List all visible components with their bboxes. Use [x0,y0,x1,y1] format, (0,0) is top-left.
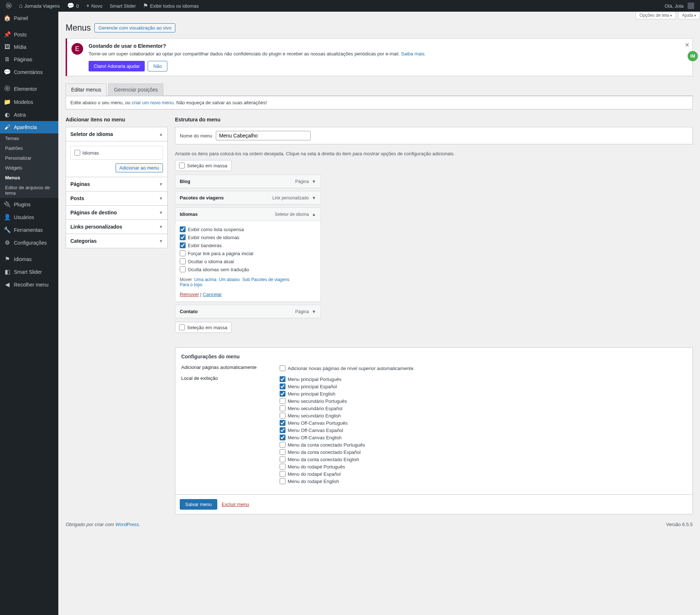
screen-options-button[interactable]: Opções de tela [635,12,676,19]
location-checkbox-row[interactable]: Menu secundário English [280,412,365,419]
bulk-select-top[interactable]: Seleção em massa [175,160,232,171]
menu-item-packages-header[interactable]: Pacotes de viagens Link personalizado▼ [175,191,320,204]
location-checkbox-row[interactable]: Menu do rodapé Español [280,470,365,478]
create-new-menu-link[interactable]: criar um novo menu [132,100,174,105]
opt-show-flags[interactable]: Exibir bandeiras [180,241,316,249]
submenu-patterns[interactable]: Padrões [0,143,58,153]
panel-pages[interactable]: Páginas▼ [66,177,167,191]
submenu-customize[interactable]: Personalizar [0,153,58,163]
panel-landing-pages[interactable]: Páginas de destino▼ [66,206,167,219]
menu-elementor[interactable]: ⓔElementor [0,82,58,96]
location-checkbox[interactable] [280,478,285,484]
float-badge[interactable]: iM [688,51,698,61]
remove-item-link[interactable]: Remover [180,292,199,297]
delete-menu-link[interactable]: Excluir menu [222,502,249,507]
location-checkbox-row[interactable]: Menu Off-Canvas English [280,434,365,441]
location-checkbox[interactable] [280,442,285,448]
menu-templates[interactable]: 📁Modelos [0,96,58,108]
location-checkbox[interactable] [280,427,285,433]
location-checkbox-row[interactable]: Menu do rodapé Português [280,463,365,470]
location-checkbox-row[interactable]: Menu da conta conectado English [280,456,365,463]
menu-users[interactable]: 👤Usuários [0,211,58,223]
location-checkbox-row[interactable]: Menu principal Español [280,383,365,390]
move-under-link[interactable]: Sob Pacotes de viagens [242,277,289,282]
location-checkbox-row[interactable]: Menu Off-Canvas Español [280,427,365,434]
menu-smart-slider[interactable]: ◧Smart Slider [0,265,58,278]
location-checkbox[interactable] [280,449,285,455]
save-menu-button[interactable]: Salvar menu [180,499,217,510]
submenu-menus[interactable]: Menus [0,173,58,183]
menu-plugins[interactable]: 🔌Plugins [0,198,58,211]
tab-edit-menus[interactable]: Editar menus [66,83,106,96]
move-top-link[interactable]: Para o topo [180,282,202,287]
opt-hide-untranslated[interactable]: Oculta idiomas sem tradução [180,265,316,273]
bulk-select-top-checkbox[interactable] [179,163,185,168]
menu-collapse[interactable]: ◀Recolher menu [0,278,58,291]
smart-slider-link[interactable]: Smart Slider [107,0,139,12]
location-checkbox-row[interactable]: Menu principal Português [280,375,365,383]
location-checkbox-row[interactable]: Menu do rodapé English [280,478,365,485]
site-name-link[interactable]: ⌂Jornada Viagens [16,0,63,12]
panel-posts[interactable]: Posts▼ [66,191,167,205]
menu-appearance[interactable]: 🖌Aparência [0,121,58,133]
menu-settings[interactable]: ⚙Configurações [0,236,58,249]
menu-item-contact-header[interactable]: Contato Página▼ [175,305,320,318]
submenu-widgets[interactable]: Widgets [0,163,58,173]
opt-hide-current[interactable]: Ocultar o idioma atual [180,257,316,265]
help-button[interactable]: Ajuda [678,12,700,19]
location-checkbox[interactable] [280,413,285,419]
opt-dropdown[interactable]: Exibir como lista suspensa [180,225,316,233]
location-checkbox[interactable] [280,435,285,440]
add-to-menu-button[interactable]: Adicionar ao menu [116,163,163,172]
new-content-link[interactable]: +Novo [83,0,105,12]
panel-language-selector[interactable]: Seletor de idioma▲ [66,127,167,141]
location-checkbox[interactable] [280,464,285,470]
opt-force-home[interactable]: Forçar link para a página inicial [180,249,316,257]
opt-show-names[interactable]: Exibir nomes de idiomas [180,233,316,241]
submenu-themes[interactable]: Temas [0,133,58,143]
location-checkbox[interactable] [280,471,285,477]
location-checkbox[interactable] [280,456,285,462]
menu-languages[interactable]: ⚑Idiomas [0,253,58,265]
location-checkbox-row[interactable]: Menu da conta conectado Español [280,448,365,456]
bulk-select-bottom-checkbox[interactable] [179,324,185,330]
move-down-link[interactable]: Um abaixo [219,277,240,282]
location-checkbox-row[interactable]: Menu Off-Canvas Português [280,419,365,427]
location-checkbox[interactable] [280,398,285,404]
location-checkbox-row[interactable]: Menu secundário Português [280,397,365,405]
panel-custom-links[interactable]: Links personalizados▼ [66,220,167,234]
location-checkbox[interactable] [280,420,285,426]
notice-no-button[interactable]: Não [148,61,167,71]
menu-astra[interactable]: ◐Astra [0,108,58,121]
wordpress-link[interactable]: WordPress [116,522,139,527]
user-greeting[interactable]: Olá, Jota [662,0,697,12]
menu-painel[interactable]: 🏠Painel [0,12,58,24]
languages-checkbox-row[interactable]: Idiomas [74,150,159,156]
location-checkbox[interactable] [280,384,285,389]
menu-name-input[interactable] [216,131,311,140]
auto-add-checkbox-row[interactable]: Adicionar novas páginas de nível superio… [280,365,415,372]
notice-yes-button[interactable]: Claro! Adoraria ajudar [89,61,145,71]
menu-posts[interactable]: 📌Posts [0,28,58,41]
location-checkbox[interactable] [280,405,285,411]
location-checkbox[interactable] [280,391,285,397]
location-checkbox[interactable] [280,376,285,382]
comments-link[interactable]: 💬0 [64,0,82,12]
move-up-link[interactable]: Uma acima [194,277,217,282]
menu-media[interactable]: 🖼Mídia [0,41,58,53]
menu-comments[interactable]: 💬Comentários [0,66,58,78]
cancel-item-link[interactable]: Cancelar [203,292,222,297]
tab-manage-locations[interactable]: Gerenciar posições [108,83,163,96]
location-checkbox-row[interactable]: Menu da conta conectado Português [280,441,365,448]
menu-item-languages-header[interactable]: Idiomas Seletor de idioma▲ [175,208,320,221]
location-checkbox-row[interactable]: Menu principal English [280,390,365,397]
menu-pages[interactable]: 🗎Páginas [0,53,58,66]
menu-item-blog-header[interactable]: Blog Página▼ [175,175,320,188]
notice-close-button[interactable]: ✕ [685,42,689,48]
wp-logo[interactable]: ⓦ [3,0,15,12]
menu-tools[interactable]: 🔧Ferramentas [0,223,58,236]
show-languages-link[interactable]: ⚑Exibir todos os idiomas [140,0,202,12]
live-preview-button[interactable]: Gerencie com visualização ao vivo [94,23,175,32]
bulk-select-bottom[interactable]: Seleção em massa [175,322,232,333]
panel-categories[interactable]: Categorias▼ [66,234,167,248]
